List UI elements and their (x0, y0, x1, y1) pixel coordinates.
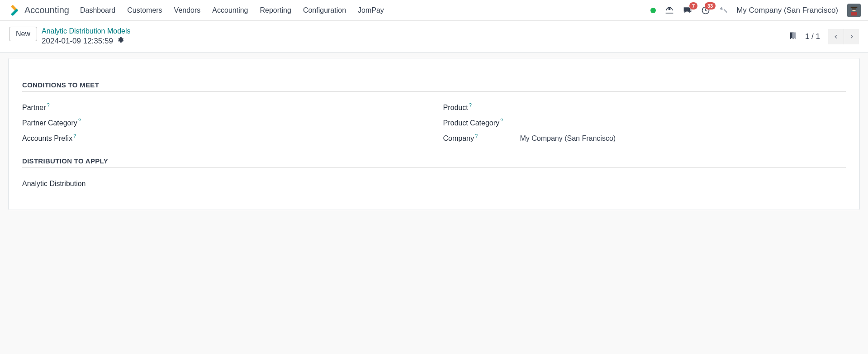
support-icon[interactable] (665, 6, 674, 15)
breadcrumb: Analytic Distribution Models 2024-01-09 … (42, 27, 131, 46)
field-partner-category: Partner Category? (22, 115, 425, 131)
nav-item-customers[interactable]: Customers (127, 6, 162, 14)
svg-rect-8 (851, 12, 857, 15)
form-sheet: Conditions to meet Partner? Partner Cate… (8, 58, 860, 210)
conditions-grid: Partner? Partner Category? Accounts Pref… (22, 100, 846, 146)
bookmark-icon[interactable] (789, 31, 797, 42)
svg-rect-7 (852, 8, 856, 10)
label-accounts-prefix: Accounts Prefix? (22, 134, 99, 143)
pager-prev-button[interactable] (828, 29, 844, 44)
record-title-row: 2024-01-09 12:35:59 (42, 36, 131, 46)
nav-menu: Dashboard Customers Vendors Accounting R… (80, 6, 384, 14)
label-partner-text: Partner (22, 104, 46, 111)
label-product-category-text: Product Category (443, 119, 500, 127)
field-company: Company? My Company (San Francisco) (443, 131, 846, 146)
breadcrumb-link[interactable]: Analytic Distribution Models (42, 27, 131, 36)
label-product-category: Product Category? (443, 119, 520, 127)
sheet-background: Conditions to meet Partner? Partner Cate… (0, 53, 868, 215)
help-icon[interactable]: ? (469, 102, 472, 108)
nav-right: 7 33 My Company (San Francisco) (650, 4, 861, 17)
nav-item-reporting[interactable]: Reporting (260, 6, 291, 14)
pager-text[interactable]: 1 / 1 (805, 32, 820, 41)
svg-rect-9 (851, 6, 858, 8)
help-icon[interactable]: ? (500, 118, 503, 123)
cp-right: 1 / 1 (789, 29, 859, 44)
svg-rect-2 (666, 13, 674, 14)
app-name[interactable]: Accounting (24, 5, 69, 15)
user-avatar[interactable] (847, 4, 861, 17)
nav-item-configuration[interactable]: Configuration (303, 6, 346, 14)
nav-item-vendors[interactable]: Vendors (174, 6, 201, 14)
activities-icon[interactable]: 33 (701, 6, 710, 15)
nav-item-jompay[interactable]: JomPay (358, 6, 384, 14)
record-title: 2024-01-09 12:35:59 (42, 36, 113, 46)
new-button[interactable]: New (9, 27, 37, 41)
section-distribution-title: Distribution to apply (22, 157, 846, 168)
svg-point-3 (669, 8, 671, 10)
label-analytic-distribution: Analytic Distribution (22, 180, 117, 188)
control-panel: New Analytic Distribution Models 2024-01… (0, 21, 868, 53)
field-analytic-distribution: Analytic Distribution (22, 176, 846, 191)
pager-next-button[interactable] (844, 29, 859, 44)
chevron-right-icon (849, 33, 855, 40)
debug-icon[interactable] (719, 6, 727, 14)
company-selector[interactable]: My Company (San Francisco) (736, 6, 838, 15)
field-partner: Partner? (22, 100, 425, 115)
cp-left: New Analytic Distribution Models 2024-01… (9, 27, 131, 46)
gear-icon[interactable] (117, 36, 124, 46)
messages-badge: 7 (689, 2, 697, 10)
chevron-left-icon (833, 33, 839, 40)
conditions-right-col: Product? Product Category? Company? My C… (443, 100, 846, 146)
section-conditions-title: Conditions to meet (22, 81, 846, 92)
help-icon[interactable]: ? (47, 102, 49, 108)
help-icon[interactable]: ? (73, 133, 76, 139)
help-icon[interactable]: ? (78, 118, 81, 123)
label-product: Product? (443, 104, 520, 112)
messages-icon[interactable]: 7 (683, 6, 692, 15)
help-icon[interactable]: ? (475, 133, 478, 139)
status-indicator-icon[interactable] (650, 8, 656, 13)
label-company: Company? (443, 134, 520, 143)
distribution-grid: Analytic Distribution (22, 176, 846, 191)
label-product-text: Product (443, 104, 468, 111)
nav-item-accounting[interactable]: Accounting (212, 6, 248, 14)
app-logo[interactable] (7, 5, 18, 16)
field-product: Product? (443, 100, 846, 115)
field-product-category: Product Category? (443, 115, 846, 131)
top-navbar: Accounting Dashboard Customers Vendors A… (0, 0, 868, 21)
pager-buttons (828, 29, 859, 44)
value-company[interactable]: My Company (San Francisco) (520, 134, 846, 143)
label-partner-category: Partner Category? (22, 119, 99, 127)
conditions-left-col: Partner? Partner Category? Accounts Pref… (22, 100, 425, 146)
nav-item-dashboard[interactable]: Dashboard (80, 6, 115, 14)
label-company-text: Company (443, 134, 474, 142)
label-partner-category-text: Partner Category (22, 119, 77, 127)
label-partner: Partner? (22, 104, 99, 112)
activities-badge: 33 (705, 2, 716, 10)
label-accounts-prefix-text: Accounts Prefix (22, 134, 72, 142)
field-accounts-prefix: Accounts Prefix? (22, 131, 425, 146)
